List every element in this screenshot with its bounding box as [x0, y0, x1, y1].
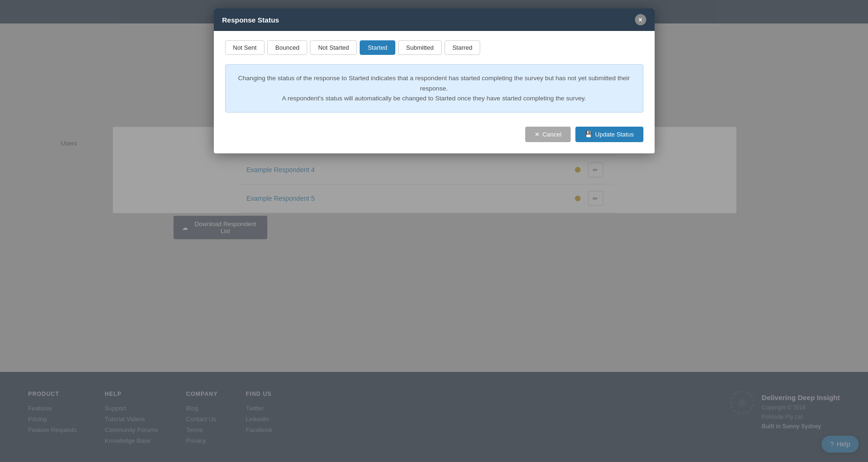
status-tabs-container: Not Sent Bounced Not Started Started Sub…: [225, 40, 643, 55]
tab-submitted[interactable]: Submitted: [398, 40, 442, 55]
tab-started[interactable]: Started: [360, 40, 395, 55]
update-status-button[interactable]: 💾 Update Status: [575, 127, 643, 142]
modal-title: Response Status: [222, 16, 279, 24]
tab-not-started[interactable]: Not Started: [310, 40, 357, 55]
modal-body: Not Sent Bounced Not Started Started Sub…: [214, 31, 655, 153]
status-info-box: Changing the status of the response to S…: [225, 64, 643, 113]
info-text-line2: A respondent's status will automatically…: [237, 93, 632, 104]
cancel-button[interactable]: ✕ Cancel: [525, 127, 571, 142]
tab-starred[interactable]: Starred: [445, 40, 481, 55]
response-status-modal: Response Status × Not Sent Bounced Not S…: [214, 8, 655, 153]
tab-not-sent[interactable]: Not Sent: [225, 40, 265, 55]
save-icon: 💾: [585, 131, 592, 138]
modal-header: Response Status ×: [214, 8, 655, 31]
modal-close-button[interactable]: ×: [635, 14, 646, 25]
cancel-icon: ✕: [535, 131, 540, 138]
modal-footer: ✕ Cancel 💾 Update Status: [225, 122, 643, 142]
tab-bounced[interactable]: Bounced: [267, 40, 307, 55]
info-text-line1: Changing the status of the response to S…: [237, 73, 632, 93]
